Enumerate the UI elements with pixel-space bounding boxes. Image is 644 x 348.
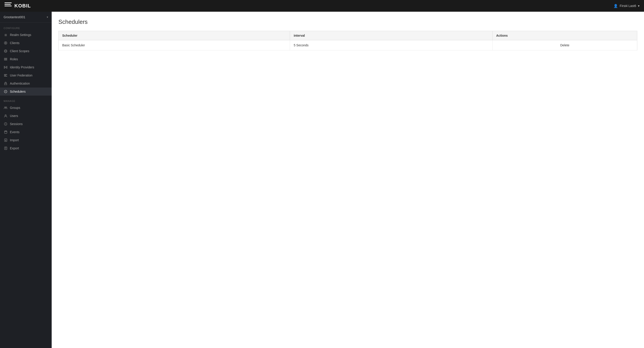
interval-cell: 5 Seconds — [290, 40, 492, 50]
manage-section-label: Manage — [0, 96, 52, 104]
schedulers-icon — [4, 90, 8, 94]
user-menu[interactable]: 👤 First4 Last6 ▾ — [614, 4, 640, 8]
svg-rect-16 — [4, 75, 6, 76]
svg-rect-8 — [4, 59, 7, 59]
sidebar-label: Schedulers — [10, 90, 26, 93]
delete-button[interactable]: Delete — [558, 43, 571, 48]
authentication-icon — [4, 81, 8, 85]
sidebar-label: User Federation — [10, 74, 32, 77]
sidebar: Grootantest001 ▾ Configure ⊞ Realm Setti… — [0, 12, 52, 348]
sidebar-label: Users — [10, 114, 18, 118]
configure-section-label: Configure — [0, 23, 52, 31]
sidebar-manage-item-users[interactable]: Users — [0, 112, 52, 120]
table-header-row: Scheduler interval Actions — [59, 31, 637, 40]
client-scopes-icon — [4, 49, 8, 53]
svg-rect-14 — [6, 68, 8, 68]
table-row: Basic Scheduler 5 Seconds Delete — [59, 40, 637, 50]
logo: KOBIL — [4, 3, 31, 9]
user-federation-icon — [4, 73, 8, 77]
svg-point-21 — [6, 91, 6, 92]
users-icon — [4, 114, 8, 118]
svg-point-19 — [6, 84, 6, 84]
realm-settings-icon: ⊞ — [4, 33, 8, 37]
svg-rect-0 — [4, 3, 12, 3]
logo-text: KOBIL — [14, 3, 31, 9]
column-header-actions: Actions — [492, 31, 637, 40]
sidebar-manage-item-export[interactable]: Export — [0, 144, 52, 152]
page-title: Schedulers — [58, 19, 637, 26]
svg-point-24 — [5, 115, 6, 116]
svg-rect-9 — [4, 60, 7, 60]
user-label: First4 Last6 — [620, 4, 636, 8]
topnav: KOBIL 👤 First4 Last6 ▾ — [0, 0, 644, 12]
kobil-logo-icon — [4, 3, 12, 9]
import-icon — [4, 138, 8, 142]
scheduler-name-cell: Basic Scheduler — [59, 40, 290, 50]
events-icon — [4, 130, 8, 134]
main-layout: Grootantest001 ▾ Configure ⊞ Realm Setti… — [0, 12, 644, 348]
sidebar-configure-item-user-federation[interactable]: User Federation — [0, 71, 52, 79]
sidebar-label: Identity Providers — [10, 65, 34, 69]
svg-point-22 — [4, 107, 6, 108]
user-icon: 👤 — [614, 4, 618, 8]
sidebar-manage-item-sessions[interactable]: Sessions — [0, 120, 52, 128]
sidebar-configure-item-authentication[interactable]: Authentication — [0, 79, 52, 88]
user-chevron-icon: ▾ — [638, 4, 640, 8]
svg-rect-13 — [4, 68, 5, 68]
svg-rect-11 — [6, 66, 8, 67]
sidebar-label: Clients — [10, 41, 20, 45]
svg-point-26 — [6, 124, 6, 124]
sidebar-label: Import — [10, 138, 19, 142]
svg-rect-27 — [4, 131, 7, 133]
sidebar-configure-item-schedulers[interactable]: Schedulers — [0, 88, 52, 96]
sidebar-manage-item-groups[interactable]: Groups — [0, 104, 52, 112]
sidebar-manage-item-import[interactable]: Import — [0, 136, 52, 144]
realm-chevron-icon: ▾ — [47, 16, 48, 19]
sidebar-configure-item-clients[interactable]: Clients — [0, 39, 52, 47]
svg-rect-10 — [4, 66, 5, 67]
realm-selector[interactable]: Grootantest001 ▾ — [0, 12, 52, 23]
svg-rect-15 — [4, 74, 7, 75]
svg-point-4 — [5, 43, 6, 44]
clients-icon — [4, 41, 8, 45]
sidebar-label: Events — [10, 130, 20, 134]
actions-cell: Delete — [492, 40, 637, 50]
svg-point-6 — [5, 50, 6, 52]
sidebar-configure-item-roles[interactable]: Roles — [0, 55, 52, 63]
sidebar-label: Authentication — [10, 82, 30, 85]
sidebar-label: Export — [10, 146, 19, 150]
groups-icon — [4, 106, 8, 110]
sidebar-label: Sessions — [10, 122, 23, 126]
sidebar-label: Realm Settings — [10, 33, 31, 37]
sidebar-configure-item-identity-providers[interactable]: Identity Providers — [0, 63, 52, 71]
svg-rect-2 — [4, 6, 12, 6]
column-header-interval: interval — [290, 31, 492, 40]
roles-icon — [4, 57, 8, 61]
sidebar-label: Groups — [10, 106, 20, 110]
sidebar-label: Roles — [10, 57, 18, 61]
svg-point-5 — [4, 50, 7, 52]
svg-point-23 — [6, 107, 7, 108]
svg-rect-12 — [4, 67, 8, 68]
realm-name: Grootantest001 — [4, 15, 26, 19]
svg-rect-17 — [4, 76, 7, 76]
svg-rect-7 — [4, 58, 7, 59]
export-icon — [4, 146, 8, 150]
sidebar-configure-item-realm-settings[interactable]: ⊞ Realm Settings — [0, 31, 52, 39]
sidebar-configure-item-client-scopes[interactable]: Client Scopes — [0, 47, 52, 55]
sessions-icon — [4, 122, 8, 126]
svg-rect-1 — [4, 4, 11, 5]
schedulers-table: Scheduler interval Actions Basic Schedul… — [58, 31, 637, 50]
sidebar-manage-item-events[interactable]: Events — [0, 128, 52, 136]
main-content: Schedulers Scheduler interval Actions Ba… — [52, 12, 644, 348]
column-header-scheduler: Scheduler — [59, 31, 290, 40]
sidebar-label: Client Scopes — [10, 49, 29, 53]
identity-providers-icon — [4, 65, 8, 69]
